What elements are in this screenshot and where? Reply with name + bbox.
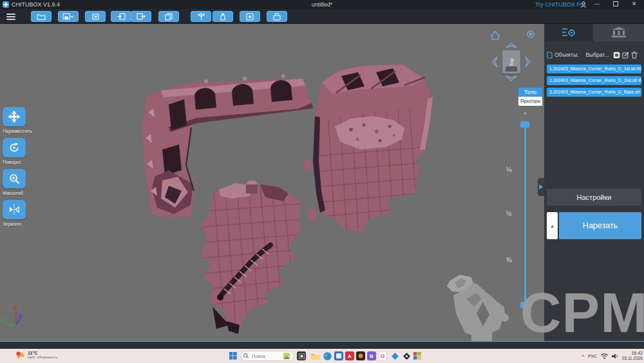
model-button[interactable] xyxy=(85,11,106,22)
render-mode-body[interactable]: Тело xyxy=(518,88,542,97)
objects-label: Объекты: xyxy=(554,52,578,58)
rotate-up-arrow[interactable] xyxy=(506,43,516,48)
clip-slider-bottom-handle[interactable] xyxy=(520,302,529,308)
slider-mark-three-quarter: ¾ xyxy=(506,257,511,264)
render-mode-xray[interactable]: Рентген xyxy=(518,97,542,106)
model-corner-ruin-2[interactable] xyxy=(303,64,433,232)
model-icon xyxy=(91,13,100,20)
settings-button[interactable]: Настройки xyxy=(547,189,641,206)
speaker-icon[interactable] xyxy=(612,353,618,359)
support-button[interactable] xyxy=(191,11,211,22)
slice-button[interactable]: Нарезать xyxy=(559,212,641,239)
taskbar-app-blue[interactable] xyxy=(334,351,343,360)
taskbar-app-dark-diamond[interactable] xyxy=(402,351,411,360)
title-bar: CHITUBOX V1.9.4 untitled* Try CHITUBOX P… xyxy=(0,0,644,9)
select-label[interactable]: Выбрат... xyxy=(585,52,609,58)
dig-hole-button[interactable] xyxy=(267,11,287,22)
hollow-button[interactable] xyxy=(240,11,260,22)
weather-icon xyxy=(15,351,25,360)
mirror-icon xyxy=(8,204,20,215)
tray-hidden-icons-chevron[interactable]: ^ xyxy=(582,353,584,359)
save-icon xyxy=(62,13,74,20)
axis-z-label: Z xyxy=(17,313,21,319)
resin-button[interactable] xyxy=(213,11,233,22)
delete-trash-icon[interactable] xyxy=(631,52,638,59)
panel-collapse-tab[interactable] xyxy=(538,178,544,196)
export-button[interactable] xyxy=(131,11,151,22)
objects-header-row: Объекты: Выбрат... xyxy=(547,50,641,59)
tool-mirror[interactable]: Зеркало xyxy=(3,200,41,227)
close-button[interactable]: ✕ xyxy=(632,1,637,7)
import-button[interactable] xyxy=(111,11,131,22)
main-toolbar xyxy=(0,9,644,24)
slice-dropdown-button[interactable]: ▲ xyxy=(547,212,558,239)
object-list-item-2[interactable]: 2.202403_Miasma_Corner_Ruins_D_2nd.stl #… xyxy=(547,76,641,85)
axis-gizmo: X Y Z xyxy=(1,304,23,325)
open-icon xyxy=(37,13,46,20)
dig-hole-icon xyxy=(273,13,281,21)
hollow-icon xyxy=(246,13,254,21)
panel-tab-bar xyxy=(544,23,644,41)
slider-mark-quarter: ¼ xyxy=(506,166,511,173)
user-account-icon[interactable] xyxy=(580,1,587,8)
select-all-checkbox-icon[interactable] xyxy=(613,52,620,59)
menu-button[interactable] xyxy=(6,12,15,20)
taskbar-app-blue-diamond[interactable] xyxy=(390,351,399,360)
chitubox-window: CHITUBOX V1.9.4 untitled* Try CHITUBOX P… xyxy=(0,0,644,363)
slider-mark-half: ½ xyxy=(506,210,511,217)
open-button[interactable] xyxy=(31,11,52,22)
tool-move[interactable]: Переместить xyxy=(3,107,41,134)
tab-object-settings[interactable] xyxy=(544,23,593,41)
minimize-button[interactable]: — xyxy=(594,1,600,7)
clock-time: 16:42 xyxy=(622,350,643,356)
export-icon xyxy=(137,13,146,20)
support-pillars-icon xyxy=(612,27,626,37)
wifi-icon[interactable] xyxy=(601,353,608,359)
taskbar-search[interactable] xyxy=(240,351,294,361)
tab-support[interactable] xyxy=(593,23,644,41)
slider-collapse-chevron[interactable]: ⌄ xyxy=(519,108,531,115)
home-icon xyxy=(491,32,500,39)
support-icon xyxy=(197,13,205,21)
taskbar-app-red-a[interactable]: A xyxy=(345,351,354,360)
taskbar-app-grid[interactable] xyxy=(413,351,422,360)
clip-slider-top-handle[interactable] xyxy=(520,121,529,128)
rename-edit-icon[interactable] xyxy=(622,52,629,59)
model-base-plate[interactable] xyxy=(201,181,301,334)
view-cube[interactable]: Top xyxy=(502,50,520,74)
axis-y-label: Y xyxy=(1,317,5,324)
save-button[interactable] xyxy=(58,11,79,22)
language-indicator[interactable]: РУС xyxy=(588,354,597,358)
clock-widget[interactable]: 16:42 03.11.2025 xyxy=(622,350,643,362)
tool-scale[interactable]: Масштаб xyxy=(3,169,41,196)
start-button[interactable] xyxy=(229,352,237,360)
clip-slider-track[interactable] xyxy=(524,124,526,305)
weather-temp: 11°C xyxy=(28,351,57,355)
maximize-button[interactable] xyxy=(613,1,618,6)
rotate-down-arrow[interactable] xyxy=(506,76,516,81)
rotate-left-arrow[interactable] xyxy=(493,57,497,67)
status-strip xyxy=(0,342,644,349)
search-highlight-thumbnail xyxy=(283,353,290,359)
windows-taskbar: 11°C Неб. облачность A B O ^ РУС xyxy=(0,349,644,363)
try-pro-link[interactable]: Try CHITUBOX Pro xyxy=(535,1,585,8)
import-icon xyxy=(117,13,126,20)
slider-expand-chevron[interactable]: ⌃ xyxy=(519,311,531,318)
weather-widget[interactable]: 11°C Неб. облачность xyxy=(15,351,57,360)
tool-rotate[interactable]: Поворот xyxy=(3,138,41,165)
taskbar-app-opera[interactable]: O xyxy=(378,351,387,360)
taskbar-app-browser[interactable] xyxy=(323,351,332,360)
viewport-3d-scene[interactable]: X Y Z xyxy=(0,23,544,342)
panel-collapse-arrow-icon xyxy=(539,184,543,190)
view-cube-sub-face[interactable] xyxy=(506,66,517,72)
rotate-icon xyxy=(8,142,20,153)
taskbar-app-dark-orange[interactable] xyxy=(356,351,365,360)
taskbar-app-folder[interactable] xyxy=(311,351,320,360)
object-list-item-1[interactable]: 1.202403_Miasma_Corner_Ruins_D_1st.stl #… xyxy=(547,64,641,74)
object-list-item-3[interactable]: 3.202403_Miasma_Corner_Ruins_D_Base.stl … xyxy=(547,88,641,97)
rotate-right-arrow[interactable] xyxy=(526,57,530,67)
search-input[interactable] xyxy=(251,353,281,360)
taskbar-app-task-view[interactable] xyxy=(297,351,306,360)
copy-button[interactable] xyxy=(158,11,179,22)
taskbar-app-purple-b[interactable]: B xyxy=(367,351,376,360)
